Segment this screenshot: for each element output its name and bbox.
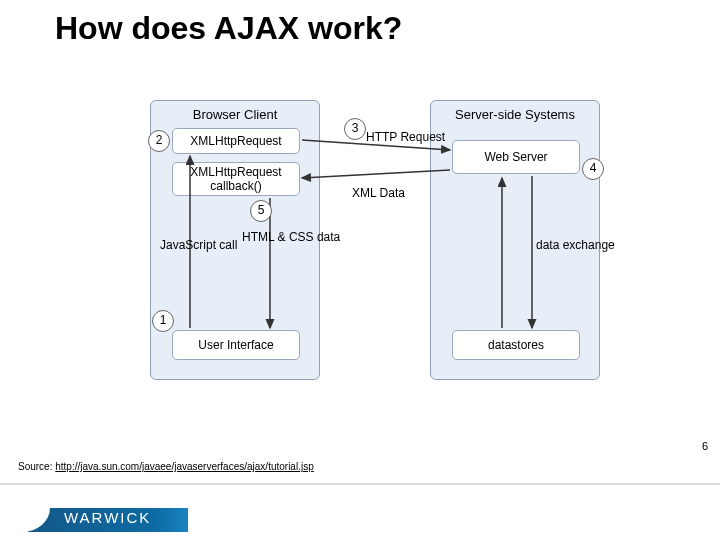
label-data-exchange: data exchange — [536, 238, 600, 252]
slide-footer: WARWICK — [0, 483, 720, 540]
label-http-request: HTTP Request — [366, 130, 445, 144]
ajax-diagram: Browser Client XMLHttpRequest XMLHttpReq… — [120, 100, 610, 390]
source-citation: Source: http://java.sun.com/javaee/javas… — [18, 461, 314, 472]
warwick-logo: WARWICK — [28, 494, 188, 532]
slide-title: How does AJAX work? — [55, 10, 402, 47]
step-1: 1 — [152, 310, 174, 332]
label-js-call: JavaScript call — [160, 238, 220, 252]
page-number: 6 — [702, 440, 708, 452]
step-5: 5 — [250, 200, 272, 222]
step-3: 3 — [344, 118, 366, 140]
source-prefix: Source: — [18, 461, 55, 472]
step-2: 2 — [148, 130, 170, 152]
step-4: 4 — [582, 158, 604, 180]
svg-line-1 — [302, 170, 450, 178]
label-html-css: HTML & CSS data — [242, 230, 306, 244]
logo-text: WARWICK — [64, 509, 151, 526]
label-xml-data: XML Data — [352, 186, 405, 200]
source-link[interactable]: http://java.sun.com/javaee/javaserverfac… — [55, 461, 313, 472]
